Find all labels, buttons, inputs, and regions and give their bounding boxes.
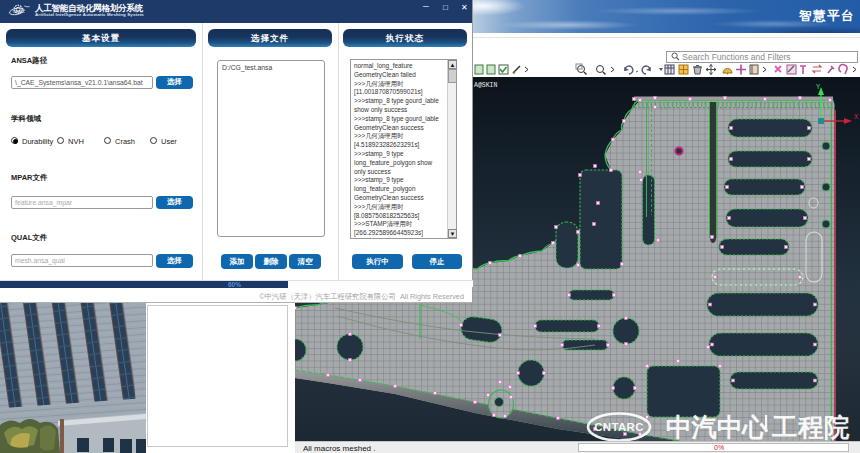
svg-text:CNTARC: CNTARC (594, 421, 644, 433)
svg-text:A@SKIN: A@SKIN (474, 82, 498, 89)
svg-text:中汽中心: 中汽中心 (666, 413, 769, 441)
svg-text:CATARC: CATARC (13, 10, 26, 14)
svg-text:工程院: 工程院 (771, 413, 850, 441)
svg-text:X: X (854, 113, 859, 121)
